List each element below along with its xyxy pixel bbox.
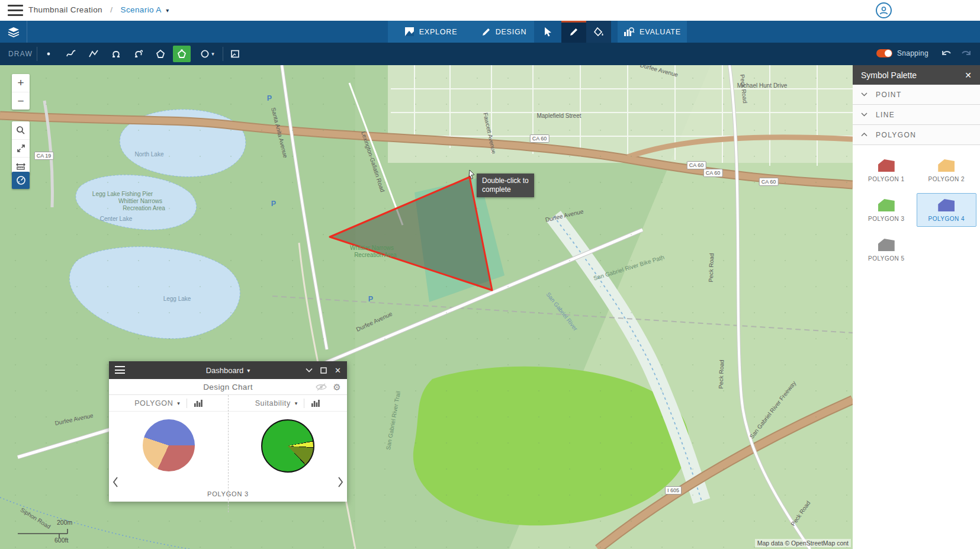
chevron-down-icon [861, 113, 867, 117]
polygon-swatch-grid: POLYGON 1 POLYGON 2 POLYGON 3 POLYGON 4 … [853, 145, 980, 275]
map-canvas[interactable]: North Lake Center Lake Legg Lake Legg La… [0, 65, 853, 549]
section-line-label: LINE [876, 111, 895, 119]
polygon-3-swatch-icon [878, 199, 895, 211]
section-line[interactable]: LINE [853, 105, 980, 125]
paint-bucket-icon [593, 27, 604, 37]
chevron-up-icon [861, 133, 867, 137]
point-tool[interactable] [40, 46, 57, 62]
swatch-label: POLYGON 5 [868, 255, 905, 262]
symbol-palette-panel: Symbol Palette ✕ POINT LINE POLYGON POLY… [853, 65, 980, 549]
tab-evaluate[interactable]: EVALUATE [618, 21, 687, 43]
point-icon [43, 49, 54, 59]
sketch-tool-button-active[interactable] [561, 21, 586, 43]
caret-down-icon[interactable]: ▾ [247, 367, 250, 374]
circle-tool[interactable]: ▾ [195, 46, 219, 62]
close-icon[interactable]: ✕ [335, 366, 341, 375]
measure-icon [16, 162, 25, 171]
search-button[interactable] [12, 121, 30, 139]
undo-button[interactable] [940, 48, 952, 61]
autocomplete-polygon-tool-active[interactable] [173, 46, 191, 62]
snapping-toggle[interactable] [876, 49, 892, 57]
chart-prev-button[interactable] [113, 477, 118, 490]
section-point[interactable]: POINT [853, 85, 980, 105]
design-chart-header: Design Chart ⚙ [109, 379, 347, 395]
swatch-label: POLYGON 3 [868, 216, 905, 222]
caret-down-icon[interactable]: ▾ [177, 400, 180, 406]
pie-chart-suitability[interactable] [261, 419, 314, 473]
freehand-line-tool[interactable] [62, 46, 80, 62]
polygon-tool[interactable] [152, 46, 169, 62]
chart-panel-right: Suitability ▾ [228, 395, 347, 502]
gear-icon[interactable]: ⚙ [333, 382, 341, 393]
tab-explore-label: EXPLORE [419, 28, 458, 36]
tab-design[interactable]: DESIGN [474, 21, 534, 43]
swatch-polygon-3[interactable]: POLYGON 3 [856, 193, 917, 227]
divider [223, 47, 223, 61]
divider [37, 47, 37, 61]
dashboard-menu-icon[interactable] [115, 366, 125, 374]
dashboard-title-bar[interactable]: Dashboard ▾ ✕ [109, 361, 347, 379]
breadcrumb-separator: / [110, 5, 113, 14]
dashboard-gauge-button[interactable] [12, 172, 30, 189]
zoom-out-button[interactable]: − [12, 92, 30, 110]
explore-map-icon [404, 27, 415, 37]
search-icon [16, 126, 25, 135]
section-polygon[interactable]: POLYGON [853, 125, 980, 145]
fill-tool-button[interactable] [586, 21, 611, 43]
caret-down-icon[interactable]: ▾ [211, 51, 214, 57]
pentagon-node-icon [176, 49, 187, 59]
caret-down-icon[interactable]: ▾ [295, 400, 298, 406]
redo-button[interactable] [960, 48, 972, 61]
freehand-shape-tail-icon [133, 49, 144, 59]
chart-selector-row: POLYGON ▾ [109, 395, 228, 412]
swatch-label: POLYGON 1 [868, 176, 905, 182]
tab-design-label: DESIGN [496, 28, 527, 36]
map-attribution: Map data © OpenStreetMap cont [755, 539, 851, 547]
left-chart-dropdown[interactable]: POLYGON [134, 399, 173, 407]
person-icon [879, 5, 889, 15]
swatch-polygon-5[interactable]: POLYGON 5 [856, 233, 917, 267]
freehand-polygon-tool[interactable] [107, 46, 125, 62]
stage: North Lake Center Lake Legg Lake Legg La… [0, 65, 980, 549]
collapse-chevron-icon[interactable] [306, 368, 313, 373]
pie-chart-polygon[interactable] [143, 419, 195, 471]
symbol-palette-header: Symbol Palette ✕ [853, 65, 980, 85]
evaluate-chart-icon [624, 27, 635, 37]
swatch-polygon-2[interactable]: POLYGON 2 [917, 153, 977, 187]
right-chart-dropdown[interactable]: Suitability [255, 399, 291, 407]
design-chart-title: Design Chart [203, 383, 253, 391]
select-tool-button[interactable] [534, 21, 561, 43]
breadcrumb-project[interactable]: Thumbnail Creation [28, 5, 102, 14]
hamburger-menu-icon[interactable] [8, 5, 23, 16]
snapping-label: Snapping [897, 49, 928, 57]
autocomplete-freehand-tool[interactable] [130, 46, 147, 62]
swatch-polygon-4-selected[interactable]: POLYGON 4 [917, 193, 977, 227]
chart-next-button[interactable] [338, 477, 343, 490]
tab-explore[interactable]: EXPLORE [388, 21, 474, 43]
chart-footer-label: POLYGON 3 [109, 490, 347, 497]
map-extent-icon [230, 49, 240, 59]
pentagon-icon [155, 49, 166, 59]
polygon-4-swatch-icon [938, 199, 955, 211]
close-icon[interactable]: ✕ [965, 70, 972, 80]
chart-panel-left: POLYGON ▾ [109, 395, 228, 502]
draw-toolbar: DRAW ▾ Snap [0, 43, 980, 65]
geoplanner-app: Thumbnail Creation / Scenario A ▾ [0, 0, 980, 549]
caret-down-icon[interactable]: ▾ [166, 7, 169, 14]
maximize-icon[interactable] [320, 367, 327, 374]
bar-chart-icon[interactable] [194, 399, 203, 407]
breadcrumb-scenario[interactable]: Scenario A [120, 5, 161, 14]
polyline-tool[interactable] [85, 46, 102, 62]
bar-chart-icon[interactable] [311, 399, 320, 407]
dashboard-window-controls: ✕ [306, 361, 341, 379]
breadcrumb: Thumbnail Creation / Scenario A ▾ [28, 5, 169, 14]
polygon-2-swatch-icon [938, 159, 955, 172]
dashboard-window: Dashboard ▾ ✕ Design Chart [109, 361, 347, 502]
study-area-tool[interactable] [226, 46, 244, 62]
eye-hidden-icon[interactable] [316, 383, 327, 391]
zoom-in-button[interactable]: + [12, 74, 30, 92]
full-extent-button[interactable] [12, 139, 30, 157]
user-avatar[interactable] [876, 2, 892, 18]
layers-button[interactable] [0, 21, 27, 43]
swatch-polygon-1[interactable]: POLYGON 1 [856, 153, 917, 187]
